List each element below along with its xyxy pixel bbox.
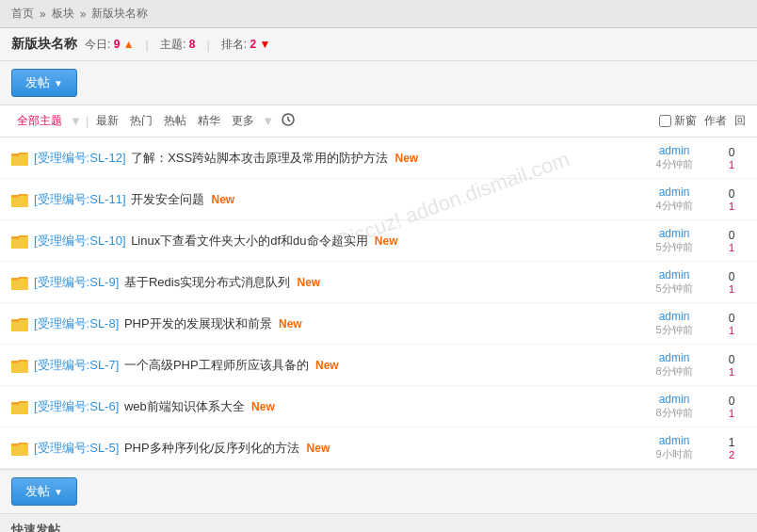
new-badge: New bbox=[208, 193, 234, 206]
topic-counts: 12 bbox=[717, 436, 746, 460]
svg-rect-19 bbox=[12, 321, 27, 330]
breadcrumb-current: 新版块名称 bbox=[91, 6, 148, 22]
table-row: [受理编号:SL-11] 开发安全问题 Newadmin4分钟前01 bbox=[0, 179, 757, 220]
svg-rect-15 bbox=[12, 280, 27, 289]
topic-title: [受理编号:SL-11] 开发安全问题 New bbox=[34, 191, 631, 208]
svg-rect-11 bbox=[12, 238, 27, 248]
svg-rect-24 bbox=[11, 361, 19, 363]
breadcrumb-section[interactable]: 板块 bbox=[52, 6, 74, 22]
topic-link[interactable]: [受理编号:SL-12] 了解：XSS跨站脚本攻击原理及常用的防护方法 bbox=[34, 151, 388, 165]
topic-counts: 01 bbox=[717, 395, 746, 419]
topic-title: [受理编号:SL-7] 一个高级PHP工程师所应该具备的 New bbox=[34, 357, 631, 374]
post-dropdown-arrow-bottom[interactable]: ▼ bbox=[54, 487, 63, 497]
quick-post-bar: 快速发帖 bbox=[0, 514, 757, 532]
topic-title: [受理编号:SL-8] PHP开发的发展现状和前景 New bbox=[34, 315, 631, 332]
refresh-icon[interactable] bbox=[282, 113, 295, 126]
filter-hot[interactable]: 热门 bbox=[124, 111, 158, 131]
topic-counts: 01 bbox=[717, 187, 746, 212]
stats-today: 今日: 9 ▲ bbox=[85, 37, 135, 53]
new-badge: New bbox=[249, 400, 275, 413]
topic-author: admin4分钟前 bbox=[636, 185, 712, 213]
folder-icon bbox=[11, 234, 28, 249]
bottom-post-area: 发帖 ▼ bbox=[0, 469, 757, 514]
new-badge: New bbox=[313, 359, 339, 372]
forum-header: 新版块名称 今日: 9 ▲ | 主题: 8 | 排名: 2 ▼ bbox=[0, 28, 757, 61]
folder-icon bbox=[11, 192, 28, 207]
filter-hotpost[interactable]: 热帖 bbox=[158, 111, 192, 131]
table-row: [受理编号:SL-8] PHP开发的发展现状和前景 Newadmin5分钟前01 bbox=[0, 303, 757, 345]
topic-link[interactable]: [受理编号:SL-8] PHP开发的发展现状和前景 bbox=[34, 316, 272, 330]
svg-rect-27 bbox=[12, 404, 27, 413]
topic-title: [受理编号:SL-6] web前端知识体系大全 New bbox=[34, 398, 631, 415]
topic-link[interactable]: [受理编号:SL-5] PHP多种序列化/反序列化的方法 bbox=[34, 441, 299, 455]
svg-rect-4 bbox=[11, 153, 19, 156]
filter-all[interactable]: 全部主题 bbox=[11, 111, 68, 131]
new-badge: New bbox=[303, 442, 330, 455]
table-row: [受理编号:SL-10] Linux下查看文件夹大小的df和du命令超实用 Ne… bbox=[0, 220, 757, 262]
svg-rect-8 bbox=[11, 195, 19, 198]
filter-more[interactable]: 更多 bbox=[226, 111, 260, 131]
reply-col-header: 回 bbox=[734, 113, 746, 129]
stats-topic: 主题: 8 bbox=[160, 37, 195, 53]
topic-list: [受理编号:SL-12] 了解：XSS跨站脚本攻击原理及常用的防护方法 Newa… bbox=[0, 137, 757, 469]
table-row: [受理编号:SL-9] 基于Redis实现分布式消息队列 Newadmin5分钟… bbox=[0, 262, 757, 303]
folder-icon bbox=[11, 275, 28, 290]
topic-author: admin4分钟前 bbox=[636, 144, 712, 171]
table-row: [受理编号:SL-6] web前端知识体系大全 Newadmin8分钟前01 bbox=[0, 386, 757, 427]
filter-latest[interactable]: 最新 bbox=[90, 111, 124, 131]
topic-title: [受理编号:SL-12] 了解：XSS跨站脚本攻击原理及常用的防护方法 New bbox=[34, 150, 631, 167]
filter-bar: 全部主题 ▼ | 最新 热门 热帖 精华 更多 ▼ 新窗 作者 回 bbox=[0, 105, 757, 137]
topic-link[interactable]: [受理编号:SL-11] 开发安全问题 bbox=[34, 192, 204, 206]
post-button-top[interactable]: 发帖 ▼ bbox=[11, 69, 77, 97]
svg-rect-20 bbox=[11, 319, 19, 322]
stats-rank: 排名: 2 ▼ bbox=[221, 37, 271, 53]
topic-author: admin5分钟前 bbox=[636, 227, 712, 254]
breadcrumb: 首页 » 板块 » 新版块名称 bbox=[0, 0, 757, 28]
topic-link[interactable]: [受理编号:SL-9] 基于Redis实现分布式消息队列 bbox=[34, 275, 290, 289]
topic-author: admin5分钟前 bbox=[636, 310, 712, 337]
author-col-header: 作者 bbox=[704, 113, 727, 129]
topic-title: [受理编号:SL-10] Linux下查看文件夹大小的df和du命令超实用 Ne… bbox=[34, 233, 631, 250]
topic-counts: 01 bbox=[717, 146, 746, 170]
new-badge: New bbox=[372, 234, 398, 248]
post-dropdown-arrow[interactable]: ▼ bbox=[54, 78, 63, 89]
new-badge: New bbox=[276, 317, 302, 330]
svg-rect-3 bbox=[12, 155, 27, 165]
folder-icon bbox=[11, 316, 28, 331]
topic-title: [受理编号:SL-9] 基于Redis实现分布式消息队列 New bbox=[34, 274, 631, 291]
topic-link[interactable]: [受理编号:SL-7] 一个高级PHP工程师所应该具备的 bbox=[34, 358, 309, 372]
new-badge: New bbox=[294, 276, 320, 289]
svg-rect-28 bbox=[11, 402, 19, 405]
folder-icon bbox=[11, 358, 28, 373]
folder-icon bbox=[11, 151, 28, 166]
topic-counts: 01 bbox=[717, 270, 746, 295]
table-row: [受理编号:SL-7] 一个高级PHP工程师所应该具备的 Newadmin8分钟… bbox=[0, 345, 757, 386]
topic-author: admin5分钟前 bbox=[636, 268, 712, 296]
topic-link[interactable]: [受理编号:SL-10] Linux下查看文件夹大小的df和du命令超实用 bbox=[34, 234, 368, 248]
filter-elite[interactable]: 精华 bbox=[192, 111, 226, 131]
post-button-bottom[interactable]: 发帖 ▼ bbox=[11, 477, 77, 506]
breadcrumb-home[interactable]: 首页 bbox=[11, 6, 34, 22]
topic-author: admin9小时前 bbox=[636, 434, 712, 461]
topic-counts: 01 bbox=[717, 312, 746, 336]
topic-author: admin8分钟前 bbox=[636, 351, 712, 379]
svg-rect-7 bbox=[12, 197, 27, 206]
folder-icon bbox=[11, 399, 28, 414]
svg-rect-31 bbox=[12, 445, 27, 455]
topic-counts: 01 bbox=[717, 229, 746, 253]
topic-title: [受理编号:SL-5] PHP多种序列化/反序列化的方法 New bbox=[34, 440, 631, 457]
svg-rect-23 bbox=[12, 363, 27, 372]
table-row: [受理编号:SL-12] 了解：XSS跨站脚本攻击原理及常用的防护方法 Newa… bbox=[0, 137, 757, 179]
svg-rect-16 bbox=[11, 278, 19, 281]
svg-rect-32 bbox=[11, 443, 19, 446]
svg-rect-12 bbox=[11, 236, 19, 239]
topic-counts: 01 bbox=[717, 353, 746, 378]
topic-author: admin8分钟前 bbox=[636, 393, 712, 420]
top-post-area: 发帖 ▼ bbox=[0, 61, 757, 105]
table-row: [受理编号:SL-5] PHP多种序列化/反序列化的方法 Newadmin9小时… bbox=[0, 427, 757, 469]
topic-link[interactable]: [受理编号:SL-6] web前端知识体系大全 bbox=[34, 399, 245, 413]
new-badge: New bbox=[392, 152, 418, 165]
new-window-checkbox[interactable]: 新窗 bbox=[659, 113, 697, 129]
folder-icon bbox=[11, 441, 28, 456]
forum-title: 新版块名称 bbox=[11, 36, 77, 53]
